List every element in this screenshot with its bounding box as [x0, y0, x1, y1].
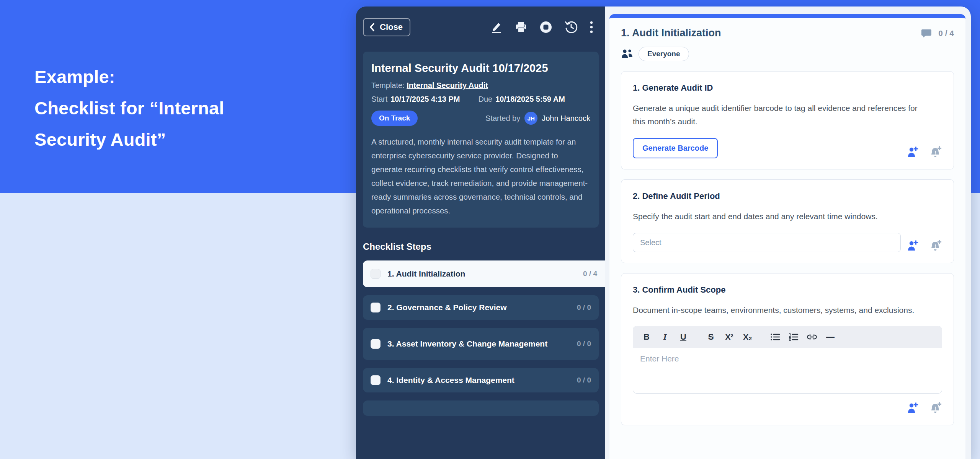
task-action-icons [906, 401, 942, 414]
step-detail-header: 1. Audit Initialization 0 / 4 [621, 27, 954, 39]
assign-person-icon[interactable] [906, 145, 919, 158]
step-label: 2. Governance & Policy Review [387, 303, 507, 313]
users-icon [621, 49, 633, 59]
task-description: Generate a unique audit identifier barco… [633, 101, 924, 128]
numbered-list-icon[interactable] [787, 330, 800, 343]
chevron-left-icon [369, 23, 375, 32]
checklist-modal: Close [356, 7, 971, 459]
due-date: Due10/18/2025 5:59 AM [479, 95, 565, 104]
history-icon[interactable] [564, 20, 578, 34]
step-count: 0 / 0 [577, 303, 591, 312]
task-footer [633, 401, 942, 414]
avatar: JH [524, 112, 537, 125]
rich-text-editor: B I U S X² X₂ [633, 326, 942, 394]
assign-person-icon[interactable] [906, 239, 919, 252]
print-icon[interactable] [514, 21, 528, 34]
task-title: 3. Confirm Audit Scope [633, 285, 942, 295]
steps-heading: Checklist Steps [363, 241, 599, 252]
close-button[interactable]: Close [363, 18, 410, 36]
comment-icon[interactable] [921, 28, 932, 39]
italic-button[interactable]: I [658, 330, 671, 343]
run-dates-row: Start10/17/2025 4:13 PM Due10/18/2025 5:… [371, 95, 590, 104]
audit-period-select[interactable] [633, 233, 901, 252]
headline-line-1: Example: [34, 61, 224, 93]
run-summary-card: Internal Security Audit 10/17/2025 Templ… [363, 52, 599, 228]
step-count: 0 / 4 [583, 270, 597, 278]
task-card-generate-audit-id: 1. Generate Audit ID Generate a unique a… [621, 71, 954, 169]
bullet-list-icon[interactable] [769, 330, 782, 343]
step-item-asset-inventory[interactable]: 3. Asset Inventory & Change Management 0… [363, 328, 599, 360]
step-checkbox[interactable] [371, 375, 381, 385]
step-item-governance-policy-review[interactable]: 2. Governance & Policy Review 0 / 0 [363, 295, 599, 320]
starter-name: John Hancock [542, 114, 590, 123]
step-detail-pane: 1. Audit Initialization 0 / 4 Everyone 1… [605, 7, 971, 459]
run-overview-pane: Close [356, 7, 605, 459]
stop-icon[interactable] [539, 20, 553, 34]
headline-line-3: Security Audit” [34, 124, 224, 155]
strikethrough-button[interactable]: S [704, 330, 717, 343]
horizontal-rule-button[interactable]: — [824, 330, 837, 343]
close-label: Close [380, 22, 403, 32]
step-checkbox[interactable] [371, 269, 381, 279]
step-item-identity-access[interactable]: 4. Identity & Access Management 0 / 0 [363, 368, 599, 392]
generate-barcode-button[interactable]: Generate Barcode [633, 138, 718, 158]
step-label: 1. Audit Initialization [387, 269, 465, 279]
started-by-label: Started by [485, 114, 520, 123]
step-detail-card: 1. Audit Initialization 0 / 4 Everyone 1… [609, 14, 965, 459]
template-label: Template: [371, 81, 405, 90]
page-headline: Example: Checklist for “Internal Securit… [34, 61, 224, 155]
assignee-pill-everyone[interactable]: Everyone [639, 47, 689, 61]
template-link[interactable]: Internal Security Audit [407, 81, 488, 90]
assignee-row: Everyone [621, 47, 954, 61]
add-alert-icon[interactable] [929, 239, 942, 252]
superscript-button[interactable]: X² [723, 330, 736, 343]
step-detail-title: 1. Audit Initialization [621, 27, 721, 39]
add-alert-icon[interactable] [929, 401, 942, 414]
task-card-define-audit-period: 2. Define Audit Period Specify the audit… [621, 179, 954, 263]
underline-button[interactable]: U [677, 330, 690, 343]
step-count: 0 / 0 [577, 376, 591, 384]
run-title: Internal Security Audit 10/17/2025 [371, 61, 590, 76]
task-card-confirm-audit-scope: 3. Confirm Audit Scope Document in-scope… [621, 273, 954, 425]
run-status-row: On Track Started by JH John Hancock [371, 111, 590, 126]
step-checkbox[interactable] [371, 339, 381, 349]
bold-button[interactable]: B [640, 330, 653, 343]
step-count: 0 / 0 [577, 340, 591, 348]
step-item-partial[interactable] [363, 400, 599, 416]
task-action-icons [906, 145, 942, 158]
edit-icon[interactable] [490, 21, 503, 34]
status-badge: On Track [371, 111, 418, 126]
start-date: Start10/17/2025 4:13 PM [371, 95, 460, 104]
task-title: 2. Define Audit Period [633, 191, 942, 201]
link-icon[interactable] [805, 330, 818, 343]
task-action-icons [906, 239, 942, 252]
step-label: 3. Asset Inventory & Change Management [387, 339, 547, 349]
task-footer [633, 233, 942, 252]
editor-toolbar: B I U S X² X₂ [633, 326, 942, 348]
run-toolbar: Close [363, 18, 599, 36]
editor-input[interactable]: Enter Here [633, 348, 942, 393]
step-label: 4. Identity & Access Management [387, 375, 514, 385]
step-item-audit-initialization[interactable]: 1. Audit Initialization 0 / 4 [363, 260, 605, 287]
headline-line-2: Checklist for “Internal [34, 93, 224, 124]
run-template-row: Template: Internal Security Audit [371, 81, 590, 90]
add-alert-icon[interactable] [929, 145, 942, 158]
task-footer: Generate Barcode [633, 138, 942, 158]
step-checkbox[interactable] [371, 303, 381, 313]
step-progress-count: 0 / 4 [938, 29, 954, 38]
steps-list: 1. Audit Initialization 0 / 4 2. Governa… [363, 260, 599, 416]
task-title: 1. Generate Audit ID [633, 83, 942, 93]
task-description: Document in-scope teams, environments, c… [633, 303, 924, 317]
step-detail-meta: 0 / 4 [921, 28, 954, 39]
subscript-button[interactable]: X₂ [741, 330, 754, 343]
run-description: A structured, monthly internal security … [371, 135, 590, 218]
more-options-icon[interactable] [590, 21, 593, 34]
started-by: Started by JH John Hancock [485, 112, 590, 125]
assign-person-icon[interactable] [906, 401, 919, 414]
task-description: Specify the audit start and end dates an… [633, 210, 924, 223]
run-toolbar-icons [490, 20, 593, 34]
